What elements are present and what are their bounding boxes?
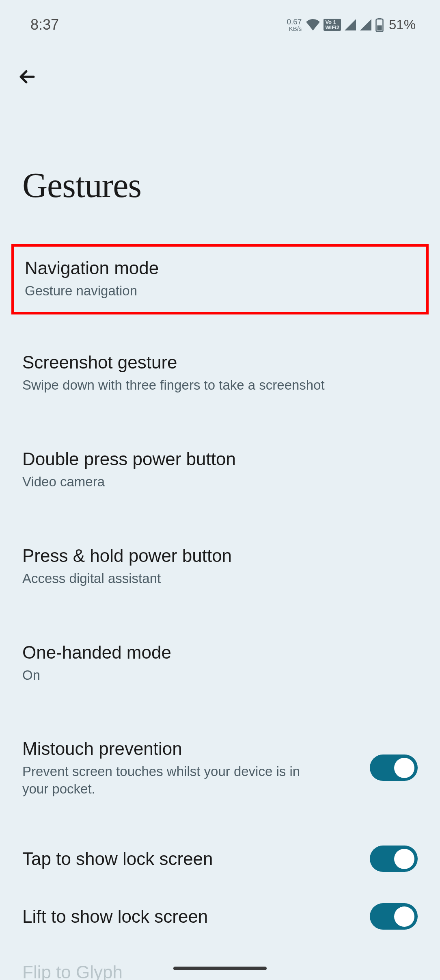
wifi-icon xyxy=(306,19,320,30)
signal-icon-2 xyxy=(360,19,372,30)
setting-title: Tap to show lock screen xyxy=(22,848,358,870)
setting-title: Navigation mode xyxy=(25,257,415,279)
setting-title: Press & hold power button xyxy=(22,544,418,567)
setting-screenshot-gesture[interactable]: Screenshot gesture Swipe down with three… xyxy=(0,337,440,411)
setting-one-handed-mode[interactable]: One-handed mode On xyxy=(0,627,440,701)
svg-rect-2 xyxy=(377,25,382,30)
status-bar: 8:37 0.67 KB/s Vo 1WiFi2 51% xyxy=(0,0,440,41)
status-indicators: 0.67 KB/s Vo 1WiFi2 51% xyxy=(287,17,416,33)
battery-percentage: 51% xyxy=(389,17,416,33)
setting-mistouch-prevention[interactable]: Mistouch prevention Prevent screen touch… xyxy=(0,723,440,815)
status-time: 8:37 xyxy=(30,16,59,33)
setting-double-press-power[interactable]: Double press power button Video camera xyxy=(0,434,440,508)
setting-subtitle: Prevent screen touches whilst your devic… xyxy=(22,763,327,798)
setting-title: Lift to show lock screen xyxy=(22,905,358,928)
tap-to-show-toggle[interactable] xyxy=(370,846,418,872)
setting-title: Screenshot gesture xyxy=(22,351,418,373)
page-title: Gestures xyxy=(0,88,440,206)
setting-subtitle: Swipe down with three fingers to take a … xyxy=(22,377,327,394)
setting-tap-to-show[interactable]: Tap to show lock screen xyxy=(0,831,440,889)
settings-list: Navigation mode Gesture navigation Scree… xyxy=(0,206,440,980)
setting-title: Mistouch prevention xyxy=(22,737,358,760)
setting-lift-to-show[interactable]: Lift to show lock screen xyxy=(0,889,440,947)
signal-icon-1 xyxy=(344,19,356,30)
setting-title: Flip to Glyph xyxy=(22,961,418,980)
lift-to-show-toggle[interactable] xyxy=(370,903,418,930)
setting-title: Double press power button xyxy=(22,448,418,470)
back-button[interactable] xyxy=(0,41,440,88)
battery-icon xyxy=(375,18,384,32)
setting-subtitle: Access digital assistant xyxy=(22,570,327,588)
mistouch-toggle[interactable] xyxy=(370,755,418,781)
setting-press-hold-power[interactable]: Press & hold power button Access digital… xyxy=(0,530,440,605)
setting-subtitle: On xyxy=(22,667,327,684)
setting-subtitle: Gesture navigation xyxy=(25,282,329,300)
data-speed-indicator: 0.67 KB/s xyxy=(287,18,302,32)
setting-title: One-handed mode xyxy=(22,641,418,663)
vowifi-badge: Vo 1WiFi2 xyxy=(324,19,341,31)
navigation-handle[interactable] xyxy=(173,967,267,970)
setting-subtitle: Video camera xyxy=(22,473,327,491)
setting-navigation-mode[interactable]: Navigation mode Gesture navigation xyxy=(11,244,429,314)
setting-flip-to-glyph: Flip to Glyph xyxy=(0,947,440,980)
